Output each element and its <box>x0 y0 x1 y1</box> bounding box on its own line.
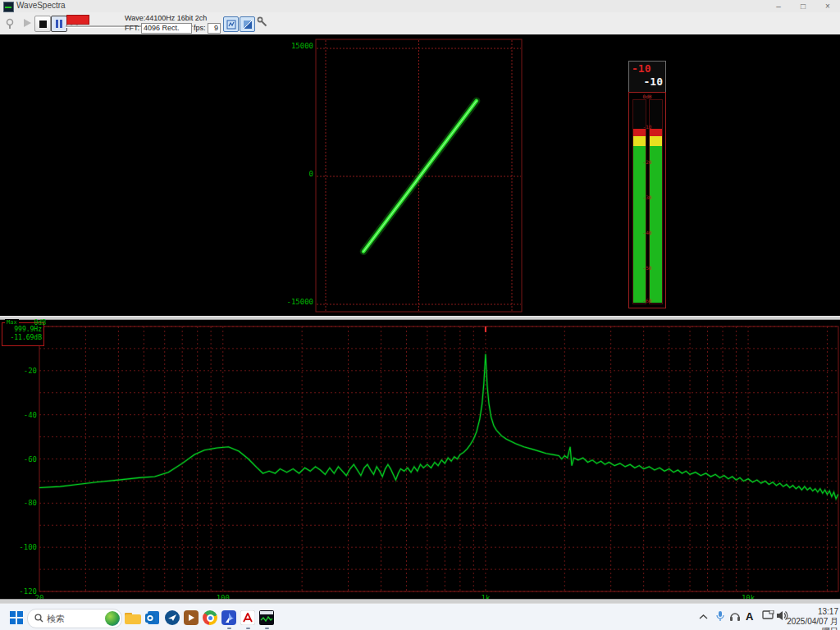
taskbar-icon-chrome[interactable] <box>200 608 220 628</box>
running-indicator-wavespectra <box>265 628 269 629</box>
svg-text:-100: -100 <box>19 543 37 551</box>
meter-scale-label: -30 <box>629 194 665 200</box>
lissajous-ymax-label: 15000 <box>268 42 313 50</box>
lissajous-plot <box>314 38 526 317</box>
max-level: -11.69dB <box>10 334 42 341</box>
max-frequency: 999.9Hz <box>14 326 42 333</box>
tray-chevron-up-icon[interactable] <box>699 612 708 622</box>
tray-headset-icon[interactable] <box>729 610 741 623</box>
tray-time: 13:17 <box>786 607 838 617</box>
window-title: WaveSpectra <box>16 1 66 10</box>
fps-input[interactable]: 9 <box>208 23 221 34</box>
meter-zero-db-label: 0dB <box>629 94 665 99</box>
meter-scale-label: -40 <box>629 230 665 235</box>
pause-button[interactable] <box>51 16 67 32</box>
taskbar: 検索 <box>0 603 840 630</box>
meter-bar-right <box>649 99 663 304</box>
svg-text:-80: -80 <box>24 499 37 507</box>
taskbar-icon-movies-tv[interactable] <box>219 608 239 628</box>
search-placeholder: 検索 <box>47 613 65 625</box>
meter-scale-label: -20 <box>629 159 665 165</box>
taskbar-icon-media-player[interactable] <box>181 608 201 628</box>
title-bar: WaveSpectra – □ × <box>0 0 840 13</box>
meter-peak-readout: -10 -10 <box>628 61 666 93</box>
tray-date: 2025/04/07 月曜日 <box>786 617 838 630</box>
spectrum-zero-db-label: 0dB <box>28 319 46 326</box>
fft-setting-box[interactable]: 4096 Rect. <box>141 23 192 34</box>
minimize-button[interactable]: – <box>766 0 791 12</box>
tray-clock[interactable]: 13:17 2025/04/07 月曜日 <box>786 607 838 630</box>
taskbar-icon-outlook[interactable] <box>143 608 162 628</box>
svg-text:-40: -40 <box>24 411 37 419</box>
spectrum-panel: -20-40-60-80-100-120201001k10k <box>0 320 840 599</box>
ime-mode-indicator[interactable]: A <box>746 610 753 623</box>
taskbar-icon-wavespectra[interactable] <box>257 608 276 628</box>
tray-microphone-icon[interactable] <box>715 610 725 623</box>
fps-label: fps: <box>194 24 206 32</box>
taskbar-icon-file-explorer[interactable] <box>123 608 143 628</box>
meter-scale-label: -10 <box>629 124 665 130</box>
wave-info: Wave:44100Hz 16bit 2ch <box>125 14 207 22</box>
svg-text:-20: -20 <box>24 367 37 375</box>
svg-text:-60: -60 <box>24 455 37 463</box>
input-jack-icon[interactable] <box>4 17 16 29</box>
app-icon <box>3 2 14 12</box>
running-indicator-movies-tv <box>227 628 231 629</box>
play-button-icon[interactable] <box>21 17 33 29</box>
meter-bar-left <box>632 99 646 304</box>
toolbar: Wave:44100Hz 16bit 2ch FFT: 4096 Rect. f… <box>0 12 840 35</box>
stop-button[interactable] <box>34 16 51 32</box>
meter-bars: 0dB -10-20-30-40-50-60 <box>628 92 666 308</box>
meter-scale-label: -60 <box>629 298 665 304</box>
lissajous-ymin-label: -15000 <box>268 298 313 306</box>
search-input[interactable]: 検索 <box>27 609 122 628</box>
search-icon <box>34 614 43 624</box>
max-box-title: Max <box>5 319 19 326</box>
search-highlight-icon <box>105 611 120 626</box>
screen: WaveSpectra – □ × Wave:44100Hz 16bit 2ch… <box>0 0 840 630</box>
running-indicator-acrobat <box>246 628 250 629</box>
lissajous-yzero-label: 0 <box>268 170 313 178</box>
waveform-panel: 15000 0 -15000 -10 -10 0dB <box>0 34 840 316</box>
meter-scale-label: -50 <box>629 265 665 271</box>
display-mode-1-button[interactable] <box>223 16 239 32</box>
taskbar-icon-paper-plane-app[interactable] <box>162 608 182 628</box>
tray-display-icon[interactable] <box>762 610 774 623</box>
level-meter-panel: -10 -10 0dB -10-20-30-40-50-60 <box>628 61 666 308</box>
over-indicator-lamp <box>66 15 89 25</box>
spectrum-plot: -20-40-60-80-100-120201001k10k <box>0 320 840 602</box>
fft-label: FFT: <box>125 24 139 32</box>
display-mode-2-button[interactable] <box>240 16 255 32</box>
settings-wrench-icon[interactable] <box>257 16 268 28</box>
start-button[interactable] <box>7 608 26 628</box>
close-button[interactable]: × <box>815 0 840 12</box>
meter-peak-left: -10 <box>632 62 651 75</box>
taskbar-icon-acrobat[interactable] <box>238 608 258 628</box>
maximize-button[interactable]: □ <box>791 0 815 12</box>
meter-peak-right: -10 <box>644 75 663 88</box>
